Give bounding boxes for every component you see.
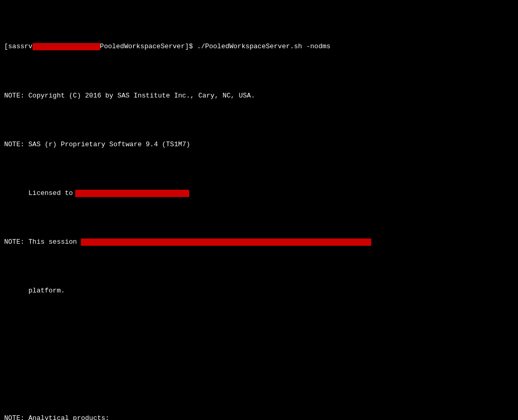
- blank-line: [4, 365, 514, 374]
- blank-line: [4, 335, 514, 345]
- command-line: [sassrvPooledWorkspaceServer]$ ./PooledW…: [4, 42, 514, 52]
- line-session2: platform.: [4, 286, 514, 296]
- line-analytical: NOTE: Analytical products:: [4, 414, 514, 420]
- line-copyright: NOTE: Copyright (C) 2016 by SAS Institut…: [4, 91, 514, 101]
- terminal-window: [sassrvPooledWorkspaceServer]$ ./PooledW…: [0, 0, 518, 420]
- redact-license: [75, 190, 189, 197]
- line-licensed: Licensed to: [4, 189, 514, 199]
- line-session1: NOTE: This session: [4, 237, 514, 247]
- redact-hostname: [33, 43, 100, 50]
- line-sas-version: NOTE: SAS (r) Proprietary Software 9.4 (…: [4, 140, 514, 150]
- redact-session: [81, 239, 371, 246]
